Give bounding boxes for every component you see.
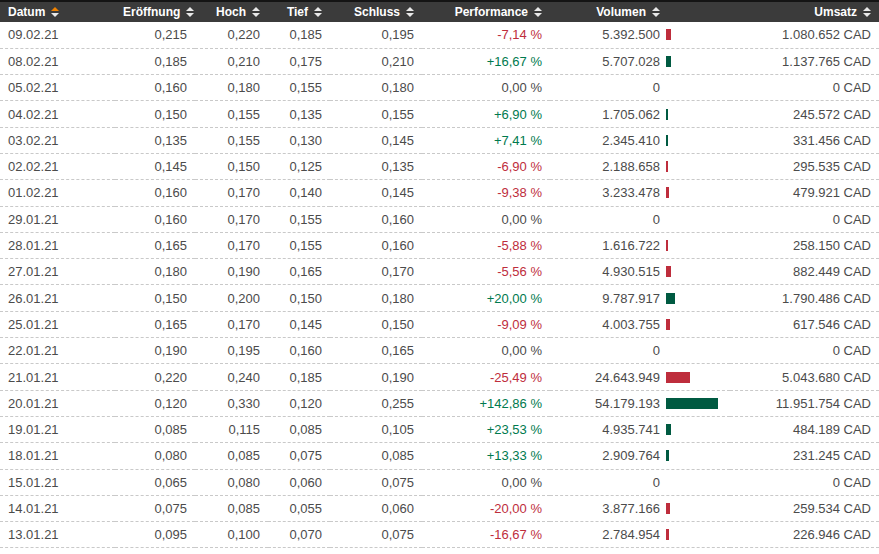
cell-volumen: 2.188.658 xyxy=(550,153,730,179)
volume-value: 3.233.478 xyxy=(558,185,660,200)
table-row: 09.02.21 0,215 0,220 0,185 0,195 -7,14 %… xyxy=(0,22,879,48)
cell-umsatz: 5.043.680 CAD xyxy=(730,364,879,390)
table-row: 14.01.21 0,075 0,085 0,055 0,060 -20,00 … xyxy=(0,495,879,521)
volume-bar xyxy=(666,529,669,540)
volume-bar xyxy=(666,187,669,198)
sort-icon xyxy=(652,7,660,17)
cell-hoch: 0,170 xyxy=(195,232,268,258)
cell-umsatz: 258.150 CAD xyxy=(730,232,879,258)
column-header-volumen[interactable]: Volumen xyxy=(550,1,730,22)
volume-bar-track xyxy=(666,398,722,409)
cell-datum: 26.01.21 xyxy=(0,285,115,311)
column-header-label: Schluss xyxy=(354,5,400,19)
cell-performance: -20,00 % xyxy=(422,495,550,521)
cell-tief: 0,070 xyxy=(268,522,330,548)
column-header-datum[interactable]: Datum xyxy=(0,1,115,22)
cell-schluss: 0,160 xyxy=(330,206,422,232)
cell-hoch: 0,170 xyxy=(195,206,268,232)
cell-performance: 0,00 % xyxy=(422,206,550,232)
volume-value: 0 xyxy=(558,475,660,490)
cell-umsatz: 0 CAD xyxy=(730,469,879,495)
volume-bar-track xyxy=(666,82,722,93)
cell-tief: 0,155 xyxy=(268,232,330,258)
cell-eroeffnung: 0,065 xyxy=(115,469,195,495)
column-header-tief[interactable]: Tief xyxy=(268,1,330,22)
cell-performance: -9,38 % xyxy=(422,180,550,206)
cell-umsatz: 231.245 CAD xyxy=(730,443,879,469)
cell-volumen: 3.877.166 xyxy=(550,495,730,521)
volume-bar xyxy=(666,398,718,409)
sort-icon xyxy=(314,7,322,17)
cell-performance: +7,41 % xyxy=(422,127,550,153)
table-header-row: Datum Eröffnung Hoch Tief Schluss Perfor… xyxy=(0,1,879,22)
cell-tief: 0,075 xyxy=(268,443,330,469)
volume-bar-track xyxy=(666,477,722,488)
cell-schluss: 0,155 xyxy=(330,101,422,127)
volume-bar xyxy=(666,424,671,435)
cell-datum: 21.01.21 xyxy=(0,364,115,390)
volume-value: 2.909.764 xyxy=(558,448,660,463)
cell-tief: 0,130 xyxy=(268,127,330,153)
cell-umsatz: 0 CAD xyxy=(730,206,879,232)
column-header-hoch[interactable]: Hoch xyxy=(195,1,268,22)
table-row: 25.01.21 0,165 0,170 0,145 0,150 -9,09 %… xyxy=(0,311,879,337)
cell-hoch: 0,170 xyxy=(195,311,268,337)
cell-eroeffnung: 0,095 xyxy=(115,522,195,548)
cell-tief: 0,085 xyxy=(268,416,330,442)
sort-icon xyxy=(406,7,414,17)
cell-performance: 0,00 % xyxy=(422,338,550,364)
volume-bar-track xyxy=(666,503,722,514)
cell-volumen: 0 xyxy=(550,469,730,495)
cell-hoch: 0,220 xyxy=(195,22,268,48)
cell-tief: 0,155 xyxy=(268,206,330,232)
cell-volumen: 4.935.741 xyxy=(550,416,730,442)
column-header-eroeffnung[interactable]: Eröffnung xyxy=(115,1,195,22)
volume-bar xyxy=(666,56,671,67)
column-header-schluss[interactable]: Schluss xyxy=(330,1,422,22)
volume-bar xyxy=(666,240,668,251)
cell-eroeffnung: 0,145 xyxy=(115,153,195,179)
cell-schluss: 0,180 xyxy=(330,285,422,311)
cell-performance: +23,53 % xyxy=(422,416,550,442)
cell-volumen: 3.233.478 xyxy=(550,180,730,206)
cell-performance: -9,09 % xyxy=(422,311,550,337)
cell-volumen: 5.392.500 xyxy=(550,22,730,48)
column-header-umsatz[interactable]: Umsatz xyxy=(730,1,879,22)
volume-value: 1.705.062 xyxy=(558,107,660,122)
cell-datum: 14.01.21 xyxy=(0,495,115,521)
volume-bar-track xyxy=(666,424,722,435)
volume-bar xyxy=(666,450,669,461)
cell-hoch: 0,080 xyxy=(195,469,268,495)
cell-schluss: 0,145 xyxy=(330,127,422,153)
volume-bar-track xyxy=(666,240,722,251)
cell-tief: 0,145 xyxy=(268,311,330,337)
volume-value: 1.616.722 xyxy=(558,238,660,253)
cell-tief: 0,185 xyxy=(268,364,330,390)
cell-umsatz: 259.534 CAD xyxy=(730,495,879,521)
cell-hoch: 0,195 xyxy=(195,338,268,364)
cell-eroeffnung: 0,180 xyxy=(115,259,195,285)
cell-volumen: 2.345.410 xyxy=(550,127,730,153)
cell-hoch: 0,155 xyxy=(195,127,268,153)
table-row: 05.02.21 0,160 0,180 0,155 0,180 0,00 % … xyxy=(0,75,879,101)
cell-tief: 0,175 xyxy=(268,48,330,74)
cell-eroeffnung: 0,160 xyxy=(115,206,195,232)
cell-hoch: 0,115 xyxy=(195,416,268,442)
cell-schluss: 0,075 xyxy=(330,522,422,548)
cell-eroeffnung: 0,165 xyxy=(115,232,195,258)
cell-umsatz: 1.790.486 CAD xyxy=(730,285,879,311)
cell-umsatz: 1.137.765 CAD xyxy=(730,48,879,74)
volume-bar-track xyxy=(666,135,722,146)
table-row: 19.01.21 0,085 0,115 0,085 0,105 +23,53 … xyxy=(0,416,879,442)
sort-icon xyxy=(252,7,260,17)
volume-bar xyxy=(666,135,668,146)
cell-datum: 20.01.21 xyxy=(0,390,115,416)
cell-performance: +6,90 % xyxy=(422,101,550,127)
volume-bar xyxy=(666,372,690,383)
column-header-performance[interactable]: Performance xyxy=(422,1,550,22)
cell-tief: 0,135 xyxy=(268,101,330,127)
cell-datum: 19.01.21 xyxy=(0,416,115,442)
cell-schluss: 0,255 xyxy=(330,390,422,416)
cell-tief: 0,140 xyxy=(268,180,330,206)
volume-bar-track xyxy=(666,214,722,225)
